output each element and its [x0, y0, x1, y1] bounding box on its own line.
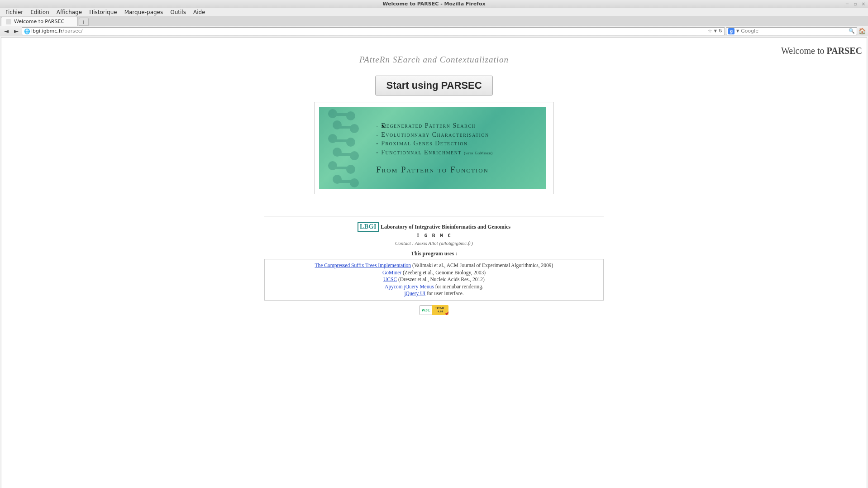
navbar: ◄ ► 🌐 lbgi.igbmc.fr/parsec/ ☆ ▼ ↻ g ▼ Go… — [0, 26, 868, 36]
forward-button[interactable]: ► — [12, 27, 21, 35]
window-titlebar: Welcome to PARSEC - Mozilla Firefox − ▫ … — [0, 0, 868, 8]
favicon-icon — [6, 19, 11, 24]
menu-outils[interactable]: Outils — [167, 9, 190, 16]
new-tab-button[interactable]: + — [79, 18, 89, 26]
arrow-right-icon: ► — [14, 28, 19, 34]
plus-icon: + — [81, 19, 86, 25]
banner-frame: - Degenerated Pattern Search - Evolution… — [314, 102, 554, 194]
minimize-icon[interactable]: − — [844, 1, 850, 7]
arrow-left-icon: ◄ — [4, 28, 9, 34]
search-box[interactable]: g ▼ Google 🔍 — [726, 27, 857, 35]
menu-affichage[interactable]: Affichage — [53, 9, 86, 16]
banner-feature-list: - Degenerated Pattern Search - Evolution… — [376, 121, 493, 157]
dna-helix-icon — [319, 107, 373, 189]
window-title: Welcome to PARSEC - Mozilla Firefox — [382, 1, 485, 7]
igbmc-label: I G B M C — [264, 233, 604, 239]
search-engine-icon[interactable]: g — [728, 28, 734, 34]
credits-box: The Compressed Suffix Trees Implementati… — [264, 259, 604, 301]
svg-rect-12 — [333, 113, 351, 116]
url-text: lbgi.igbmc.fr/parsec/ — [31, 28, 708, 34]
close-icon[interactable]: × — [861, 1, 866, 7]
credit-link-jqueryui[interactable]: jQuery UI — [404, 291, 425, 296]
url-dropdown-icon[interactable]: ▼ — [714, 29, 717, 33]
menubar: Fichier Edition Affichage Historique Mar… — [0, 8, 868, 16]
maximize-icon[interactable]: ▫ — [853, 1, 858, 7]
tab-title: Welcome to PARSEC — [14, 19, 64, 24]
svg-rect-16 — [333, 167, 351, 169]
start-using-parsec-button[interactable]: Start using PARSEC — [375, 76, 493, 96]
credit-row: UCSC (Dreszer et al., Nucleic Acids Res.… — [269, 276, 599, 283]
w3c-badge[interactable]: W3C HTML 4.01 ✔ — [420, 305, 448, 315]
w3c-badge-right: HTML 4.01 ✔ — [432, 305, 448, 315]
credit-link-csti[interactable]: The Compressed Suffix Trees Implementati… — [315, 263, 411, 268]
svg-rect-17 — [336, 180, 355, 183]
credit-link-gominer[interactable]: GoMiner — [382, 270, 401, 275]
home-icon: 🏠 — [858, 28, 866, 34]
separator — [264, 216, 604, 216]
search-icon[interactable]: 🔍 — [849, 28, 855, 34]
credit-row: GoMiner (Zeeberg et al., Genome Biology,… — [269, 269, 599, 277]
home-button[interactable]: 🏠 — [858, 27, 866, 35]
search-placeholder: Google — [741, 28, 847, 34]
credit-link-apycom[interactable]: Apycom jQuery Menus — [385, 284, 434, 289]
w3c-badge-left: W3C — [420, 305, 432, 315]
banner-image: - Degenerated Pattern Search - Evolution… — [319, 107, 546, 189]
tab-welcome-parsec[interactable]: Welcome to PARSEC — [1, 17, 78, 26]
menu-historique[interactable]: Historique — [86, 9, 121, 16]
reload-icon[interactable]: ↻ — [719, 28, 723, 34]
footer: LBGI Laboratory of Integrative Bioinform… — [264, 222, 604, 315]
contact-line: Contact : Alexis Allot (allot@igbmc.fr) — [264, 240, 604, 246]
lab-name: Laboratory of Integrative Bioinformatics… — [381, 224, 510, 230]
uses-label: This program uses : — [264, 250, 604, 257]
menu-edition[interactable]: Edition — [27, 9, 53, 16]
banner-motto: From Pattern to Function — [376, 165, 489, 175]
menu-aide[interactable]: Aide — [190, 9, 209, 16]
menu-fichier[interactable]: Fichier — [2, 9, 27, 16]
page-content: Welcome to PARSEC PAtteRn SEarch and Con… — [1, 37, 867, 488]
bookmark-star-icon[interactable]: ☆ — [708, 28, 712, 34]
menu-marque-pages[interactable]: Marque-pages — [121, 9, 167, 16]
check-icon: ✔ — [445, 311, 448, 315]
search-engine-dropdown-icon[interactable]: ▼ — [736, 29, 739, 33]
svg-rect-14 — [333, 139, 351, 142]
credit-link-ucsc[interactable]: UCSC — [383, 277, 397, 282]
back-button[interactable]: ◄ — [2, 27, 11, 35]
lbgi-logo: LBGI — [358, 222, 379, 232]
credit-row: jQuery UI for user interface. — [269, 290, 599, 297]
tagline: PAtteRn SEarch and Contextualization — [1, 55, 867, 65]
globe-icon: 🌐 — [24, 29, 29, 34]
tabstrip: Welcome to PARSEC + — [0, 16, 868, 26]
welcome-heading: Welcome to PARSEC — [781, 46, 862, 56]
url-bar[interactable]: 🌐 lbgi.igbmc.fr/parsec/ ☆ ▼ ↻ — [22, 27, 725, 35]
credit-row: The Compressed Suffix Trees Implementati… — [269, 262, 599, 269]
svg-rect-15 — [336, 153, 355, 156]
svg-rect-13 — [336, 126, 355, 129]
credit-row: Apycom jQuery Menus for menubar renderin… — [269, 283, 599, 291]
